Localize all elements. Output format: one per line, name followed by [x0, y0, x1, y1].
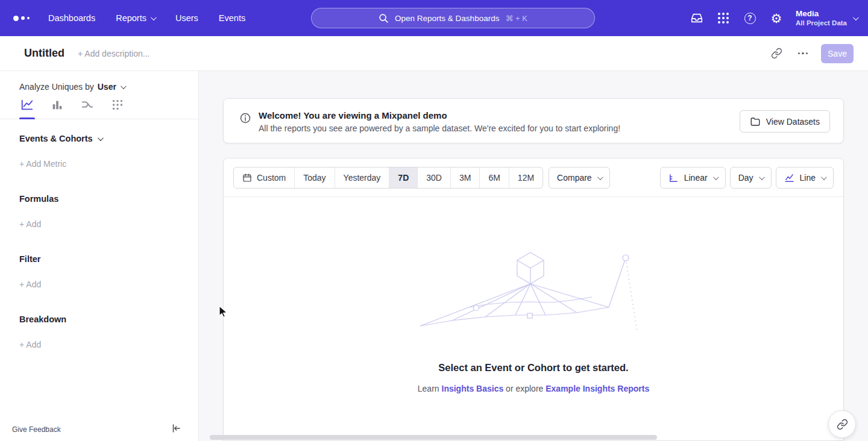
tab-line-chart[interactable]	[19, 98, 35, 119]
chevron-down-icon	[151, 14, 157, 20]
metric-type-tabs	[0, 92, 198, 119]
inbox-icon[interactable]	[690, 11, 704, 25]
add-description-field[interactable]: + Add description...	[78, 49, 149, 58]
report-header: Untitled + Add description... Save	[0, 36, 868, 71]
copy-link-icon[interactable]	[768, 45, 785, 62]
info-icon	[239, 112, 251, 124]
chevron-down-icon	[597, 174, 603, 180]
analyze-label: Analyze Uniques by	[19, 82, 94, 92]
horizontal-scrollbar[interactable]	[210, 435, 657, 440]
date-range-today[interactable]: Today	[295, 167, 335, 188]
linear-scale-icon	[668, 173, 679, 183]
search-icon	[379, 13, 389, 23]
main-content: Welcome! You are viewing a Mixpanel demo…	[199, 71, 868, 441]
view-datasets-button[interactable]: View Datasets	[740, 110, 830, 133]
apps-grid-icon[interactable]	[716, 11, 731, 25]
help-icon[interactable]: ?	[743, 11, 757, 25]
analyze-uniques-row: Analyze Uniques by User	[19, 82, 198, 92]
line-chart-icon	[20, 98, 34, 111]
share-link-button[interactable]	[828, 410, 856, 438]
line-chart-icon	[784, 173, 794, 183]
dot-grid-icon	[111, 98, 124, 111]
empty-state: Select an Event or Cohort to get started…	[224, 249, 843, 393]
formulas-label: Formulas	[19, 194, 198, 204]
compare-button[interactable]: Compare	[549, 167, 610, 189]
date-range-6m[interactable]: 6M	[480, 167, 509, 188]
welcome-banner: Welcome! You are viewing a Mixpanel demo…	[223, 98, 844, 143]
nav-item-label: Events	[219, 13, 245, 23]
folder-icon	[750, 116, 761, 127]
chevron-down-icon	[121, 83, 127, 89]
add-metric-button[interactable]: + Add Metric	[19, 159, 66, 169]
search-shortcut: ⌘ + K	[505, 14, 527, 23]
calendar-icon	[242, 173, 252, 183]
project-name: Media	[796, 9, 847, 19]
empty-state-illustration	[419, 249, 648, 339]
banner-subtitle: All the reports you see are powered by a…	[259, 124, 620, 133]
date-range-7d[interactable]: 7D	[389, 167, 418, 188]
report-card: Custom Today Yesterday 7D 30D 3M 6M 12M …	[223, 158, 844, 441]
more-options-icon[interactable]	[794, 45, 811, 62]
nav-item-dashboards[interactable]: Dashboards	[48, 13, 95, 23]
give-feedback-link[interactable]: Give Feedback	[12, 425, 61, 434]
filter-label: Filter	[19, 254, 198, 264]
nav-item-label: Users	[175, 13, 198, 23]
nav-item-reports[interactable]: Reports	[116, 13, 155, 23]
save-button[interactable]: Save	[821, 44, 854, 63]
project-switcher[interactable]: Media All Project Data	[796, 9, 857, 27]
nav-item-events[interactable]: Events	[219, 13, 245, 23]
chevron-down-icon	[98, 135, 104, 141]
top-navbar: Dashboards Reports Users Events Open Rep…	[0, 0, 868, 36]
tab-bar-chart[interactable]	[49, 98, 65, 119]
chart-toolbar: Custom Today Yesterday 7D 30D 3M 6M 12M …	[224, 158, 843, 197]
add-formula-button[interactable]: + Add	[19, 219, 41, 229]
interval-dropdown[interactable]: Day	[730, 167, 772, 189]
report-title[interactable]: Untitled	[24, 47, 64, 60]
chevron-down-icon	[758, 174, 764, 180]
mixpanel-logo-icon[interactable]	[13, 16, 34, 21]
empty-state-links: Learn Insights Basics or explore Example…	[224, 384, 843, 393]
date-range-segmented-control: Custom Today Yesterday 7D 30D 3M 6M 12M	[233, 167, 543, 189]
chevron-down-icon	[853, 14, 859, 20]
nav-item-label: Dashboards	[48, 13, 95, 23]
query-sidebar: Analyze Uniques by User Events & Cohorts…	[0, 71, 199, 441]
events-cohorts-section[interactable]: Events & Cohorts	[19, 134, 198, 143]
breakdown-label: Breakdown	[19, 314, 198, 324]
nav-item-label: Reports	[116, 13, 146, 23]
tab-retention[interactable]	[110, 98, 125, 119]
date-range-custom[interactable]: Custom	[234, 167, 295, 188]
chart-type-dropdown[interactable]: Line	[776, 167, 834, 189]
navbar-right-cluster: ? ⚙ Media All Project Data	[690, 0, 857, 36]
chevron-down-icon	[713, 174, 719, 180]
empty-state-title: Select an Event or Cohort to get started…	[224, 362, 843, 374]
banner-title: Welcome! You are viewing a Mixpanel demo	[259, 110, 620, 120]
settings-gear-icon[interactable]: ⚙	[769, 11, 784, 25]
insights-basics-link[interactable]: Insights Basics	[442, 384, 504, 393]
global-search-button[interactable]: Open Reports & Dashboards ⌘ + K	[311, 8, 595, 28]
add-filter-button[interactable]: + Add	[19, 280, 41, 289]
flows-icon	[81, 98, 94, 111]
scale-dropdown[interactable]: Linear	[660, 167, 726, 189]
example-insights-reports-link[interactable]: Example Insights Reports	[546, 384, 649, 393]
link-icon	[837, 419, 848, 430]
chevron-down-icon	[821, 174, 827, 180]
date-range-3m[interactable]: 3M	[451, 167, 480, 188]
report-header-actions: Save	[768, 44, 854, 63]
add-breakdown-button[interactable]: + Add	[19, 340, 41, 349]
primary-nav: Dashboards Reports Users Events	[48, 13, 245, 23]
collapse-sidebar-icon[interactable]	[168, 421, 184, 436]
date-range-yesterday[interactable]: Yesterday	[335, 167, 390, 188]
analyze-by-dropdown[interactable]: User	[98, 82, 125, 92]
date-range-30d[interactable]: 30D	[418, 167, 451, 188]
project-subtitle: All Project Data	[796, 19, 847, 27]
nav-item-users[interactable]: Users	[175, 13, 198, 23]
tab-flows[interactable]	[80, 98, 95, 119]
search-placeholder: Open Reports & Dashboards	[395, 14, 499, 23]
date-range-12m[interactable]: 12M	[509, 167, 542, 188]
bar-chart-icon	[51, 98, 64, 111]
